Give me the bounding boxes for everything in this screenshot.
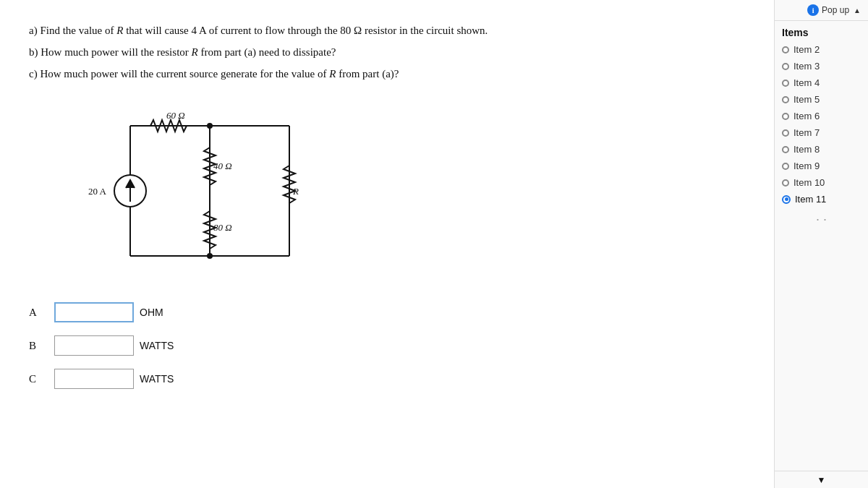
main-content: a) Find the value of R that will cause 4… [0,0,774,488]
item10-dot [782,179,789,187]
item10-label: Item 10 [793,177,825,188]
answer-label-c: C [29,373,54,385]
problem-part-b: b) How much power will the resistor R fr… [29,43,745,61]
scroll-down-icon[interactable]: ▼ [817,475,826,485]
item9-label: Item 9 [793,160,820,171]
sidebar-item-8[interactable]: Item 8 [775,141,868,158]
answer-row-c: C WATTS [29,369,745,389]
sidebar-scroll-down[interactable]: ▼ [775,471,868,488]
answer-unit-c: WATTS [140,373,174,385]
sidebar-item-6[interactable]: Item 6 [775,108,868,124]
circuit-diagram: 60 Ω 40 Ω 80 Ω R [72,97,745,288]
sidebar-item-5[interactable]: Item 5 [775,91,868,108]
sidebar-item-2[interactable]: Item 2 [775,41,868,58]
problem-text: a) Find the value of R that will cause 4… [29,22,745,82]
sidebar-item-4[interactable]: Item 4 [775,74,868,91]
answer-row-a: A OHM [29,302,745,322]
problem-part-a: a) Find the value of R that will cause 4… [29,22,745,39]
item8-dot [782,146,789,153]
svg-text:20 A: 20 A [88,186,107,197]
item9-dot [782,163,789,170]
answer-unit-a: OHM [140,307,163,318]
item5-dot [782,96,789,103]
sidebar-item-9[interactable]: Item 9 [775,158,868,174]
item5-label: Item 5 [793,94,820,105]
item3-dot [782,63,789,70]
sidebar-item-7[interactable]: Item 7 [775,124,868,141]
item7-dot [782,129,789,137]
chevron-up-icon: ▲ [854,7,861,14]
item2-dot [782,46,789,53]
answer-row-b: B WATTS [29,335,745,356]
circuit-svg: 60 Ω 40 Ω 80 Ω R [72,97,318,285]
sidebar-item-3[interactable]: Item 3 [775,58,868,74]
answer-label-b: B [29,340,54,352]
answer-label-a: A [29,307,54,319]
item4-dot [782,80,789,87]
scroll-indicator: . . [775,207,868,226]
item8-label: Item 8 [793,144,820,155]
item2-label: Item 2 [793,44,820,55]
svg-text:40 Ω: 40 Ω [213,160,232,171]
sidebar-item-11[interactable]: Item 11 [775,191,868,207]
info-icon: i [807,4,819,16]
item7-label: Item 7 [793,127,820,138]
answer-input-b[interactable] [54,335,134,356]
item6-dot [782,113,789,120]
problem-part-c: c) How much power will the current sourc… [29,65,745,82]
sidebar: i Pop up ▲ Items Item 2 Item 3 Item 4 It… [774,0,868,488]
items-title: Items [775,21,868,41]
item11-label: Item 11 [795,194,826,205]
more-items-dots: . . [816,209,827,223]
sidebar-header: i Pop up ▲ [775,0,868,21]
popup-button[interactable]: i Pop up ▲ [804,3,864,17]
item3-label: Item 3 [793,61,820,72]
item6-label: Item 6 [793,111,820,121]
sidebar-item-10[interactable]: Item 10 [775,174,868,191]
svg-text:60 Ω: 60 Ω [166,110,185,121]
answer-input-a[interactable] [54,302,134,322]
answer-section: A OHM B WATTS C WATTS [29,302,745,389]
answer-input-c[interactable] [54,369,134,389]
item4-label: Item 4 [793,77,820,88]
item11-dot [782,195,791,204]
sidebar-scroll[interactable]: Item 2 Item 3 Item 4 Item 5 Item 6 Item … [775,41,868,471]
popup-label: Pop up [822,5,849,15]
answer-unit-b: WATTS [140,340,174,351]
